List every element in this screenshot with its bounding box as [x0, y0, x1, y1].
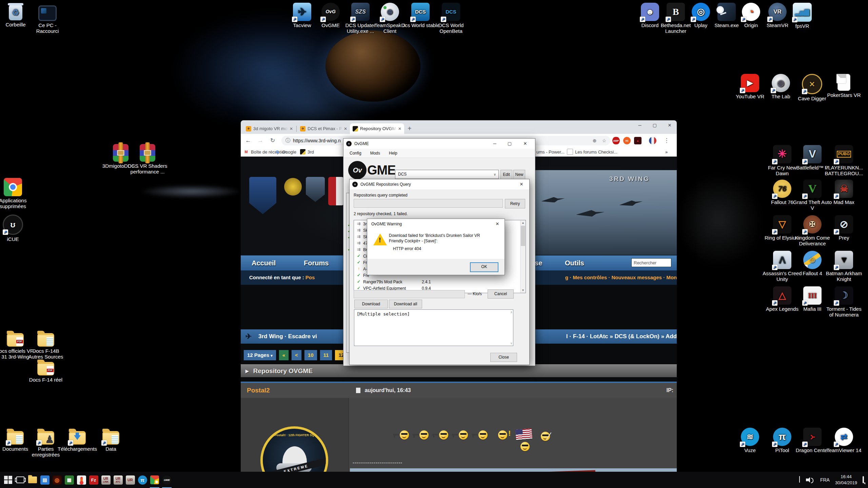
- window-minimize-button[interactable]: ─: [633, 120, 647, 130]
- desktop-icon-dcs-openbeta[interactable]: DCS DCS World OpenBeta: [431, 3, 471, 34]
- page-11-button[interactable]: 11: [320, 350, 333, 361]
- desktop-icon-docs-f14b[interactable]: Docs F-14B Autres Sources: [25, 330, 66, 360]
- chrome-menu-icon[interactable]: ⋮: [663, 137, 671, 145]
- taskbar-ur[interactable]: UR: [124, 472, 136, 488]
- desktop-icon-dcs-vr-shaders[interactable]: DCS VR Shaders performance ...: [127, 144, 168, 175]
- description-box[interactable]: [Multiple selection] ∧ ∨: [354, 309, 513, 346]
- reload-icon[interactable]: ↻: [269, 137, 277, 145]
- desktop-icon-data[interactable]: Data: [91, 428, 131, 452]
- desktop-icon-batman[interactable]: ▼ Batman Arkham Knight: [824, 251, 864, 282]
- desktop-icon-pubg[interactable]: PUBG PLAYERUNKN... BATTLEGROU...: [824, 145, 864, 177]
- nav-forums[interactable]: Forums: [304, 256, 329, 270]
- bookmark-checksix[interactable]: Les forums Checksi...: [567, 148, 617, 155]
- username-fragment[interactable]: Pos: [305, 274, 315, 280]
- close-button[interactable]: ✕: [519, 139, 531, 149]
- taskbar-furmark[interactable]: ◎: [51, 472, 63, 488]
- ok-button[interactable]: OK: [470, 262, 498, 272]
- window-maximize-button[interactable]: ▢: [648, 120, 662, 130]
- language-indicator[interactable]: FRA: [820, 477, 830, 483]
- breadcrumb-left[interactable]: 3rd Wing · Escadre vi: [258, 329, 317, 344]
- post-image[interactable]: 12TH FIGHTER SQ POSTAL2: [350, 468, 677, 472]
- profile-avatar[interactable]: [649, 137, 656, 144]
- edit-button[interactable]: Edit: [500, 170, 512, 180]
- bookmark-forums-fragment[interactable]: ums - Power...: [536, 148, 565, 155]
- dialog-close-icon[interactable]: ✕: [492, 219, 503, 229]
- close-button[interactable]: Close: [490, 353, 517, 362]
- forward-icon[interactable]: →: [256, 137, 264, 145]
- bookmark-star-icon[interactable]: ☆: [602, 138, 606, 143]
- taskbar-chrome[interactable]: [149, 472, 161, 488]
- list-scrollbar[interactable]: ▲ ▼: [520, 220, 526, 293]
- topic-header[interactable]: ▸ Repository OVGME: [241, 364, 677, 377]
- desktop-icon-fpsvr[interactable]: ▂▅▇ fpsVR: [782, 3, 823, 29]
- task-view-button[interactable]: [14, 472, 26, 488]
- desktop-icon-docs-f14-reel[interactable]: PDF Docs F-14 réel: [25, 359, 66, 383]
- nav-accueil[interactable]: Accueil: [252, 256, 276, 270]
- tab-close-icon[interactable]: ✕: [290, 126, 293, 131]
- menu-mods[interactable]: Mods: [370, 151, 380, 156]
- nav-outils[interactable]: Outils: [565, 256, 584, 270]
- new-tab-button[interactable]: +: [408, 124, 412, 133]
- action-center-icon[interactable]: [863, 477, 864, 483]
- site-info-icon[interactable]: ⓘ: [285, 138, 290, 144]
- breadcrumb-right[interactable]: l · F-14 · LotAtc » DCS (& LockOn) » Add: [566, 329, 677, 344]
- retry-button[interactable]: Retry: [505, 199, 525, 208]
- scroll-down-icon[interactable]: ∨: [511, 342, 512, 345]
- desktop-icon-ce-pc[interactable]: Ce PC - Raccourci: [27, 3, 68, 34]
- minimize-button[interactable]: ─: [489, 139, 500, 149]
- window-close-button[interactable]: ✕: [663, 120, 677, 130]
- back-icon[interactable]: ←: [244, 137, 252, 145]
- menu-help[interactable]: Help: [389, 151, 397, 156]
- taskbar-system-app[interactable]: ▤: [39, 472, 51, 488]
- taskbar-core-temp[interactable]: [75, 472, 87, 488]
- download-all-button[interactable]: Download all: [389, 300, 422, 308]
- menu-config[interactable]: Config: [350, 151, 361, 156]
- page-prev-button[interactable]: <: [291, 350, 302, 361]
- taskbar-file-explorer[interactable]: [26, 472, 39, 488]
- tab-close-icon[interactable]: ✕: [344, 126, 347, 131]
- desktop-icon-applications-supprimees[interactable]: Applications supprimées: [0, 178, 33, 209]
- desktop-icon-mad-max[interactable]: ☠ Mad Max: [824, 180, 864, 205]
- bookmarks-overflow-icon[interactable]: »: [665, 148, 668, 155]
- bookmark-google[interactable]: G Google: [275, 148, 296, 155]
- taskbar-ovgme[interactable]: GME: [161, 472, 173, 488]
- page-10-button[interactable]: 10: [304, 350, 317, 361]
- page-first-button[interactable]: «: [279, 350, 289, 361]
- zoom-icon[interactable]: ⊕: [593, 138, 597, 143]
- taskbar-gpu-z[interactable]: ▦: [63, 472, 75, 488]
- desktop-icon-teamviewer[interactable]: ⇄ TeamViewer 14: [824, 428, 864, 453]
- bookmark-3rd-wing[interactable]: 3rd: [300, 148, 314, 155]
- tray-expand-icon[interactable]: [799, 477, 800, 483]
- dialog-titlebar[interactable]: G OvGME Repositories Query: [350, 179, 529, 189]
- maximize-button[interactable]: ▢: [504, 139, 515, 149]
- dialog-titlebar[interactable]: OvGME Warning: [367, 219, 505, 229]
- volume-icon[interactable]: [806, 476, 815, 483]
- taskbar-pitool[interactable]: π: [136, 472, 149, 488]
- desktop-icon-prey[interactable]: ⊘ Prey: [824, 215, 864, 241]
- tab-dcs-pimax[interactable]: ✈ DCS et Pimax - Page 115 - Forum ✕: [297, 123, 350, 134]
- adobe-pdf-extension-icon[interactable]: ▲: [634, 137, 642, 144]
- profile-select[interactable]: DCS: [395, 170, 499, 179]
- tab-close-icon[interactable]: ✕: [398, 126, 401, 131]
- tab-repository-ovgme[interactable]: Repository OVGME - 3rd Wing · E ✕: [350, 123, 404, 134]
- tab-3dmigoto[interactable]: ✈ 3d migoto VR mod pour DCS: ai ✕: [243, 123, 296, 134]
- pages-dropdown[interactable]: 12 Pages ▾: [243, 350, 276, 361]
- taskbar-ur-atc[interactable]: URATC: [112, 472, 124, 488]
- ig-extension-icon[interactable]: IG: [623, 137, 631, 144]
- desktop-icon-icue[interactable]: ʊ iCUE: [0, 215, 33, 242]
- download-selected-button[interactable]: Download selected: [354, 300, 388, 308]
- search-input[interactable]: [631, 258, 671, 267]
- taskbar-ur-link[interactable]: URLINK: [100, 472, 112, 488]
- desktop-icon-torment[interactable]: ☽ Torment - Tides of Numenera: [824, 286, 864, 318]
- new-button[interactable]: New: [513, 170, 525, 180]
- adblock-extension-icon[interactable]: ABP: [612, 137, 620, 144]
- cancel-button[interactable]: Cancel: [488, 289, 514, 299]
- post-author[interactable]: Postal2: [247, 383, 270, 398]
- taskbar-filezilla[interactable]: Fz: [87, 472, 100, 488]
- scroll-up-icon[interactable]: ∧: [511, 310, 512, 314]
- clock[interactable]: 16:44 30/04/2019: [835, 474, 857, 486]
- desktop-icon-pokerstars-vr[interactable]: PokerStars VR: [824, 74, 864, 98]
- start-button[interactable]: [2, 472, 14, 488]
- user-links[interactable]: g · Mes contrôles · Nouveaux messages · …: [565, 270, 677, 285]
- dialog-close-icon[interactable]: ✕: [516, 179, 527, 189]
